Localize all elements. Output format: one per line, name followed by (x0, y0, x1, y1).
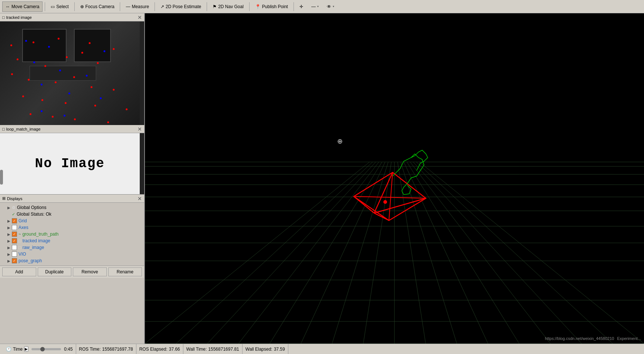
separator-1 (45, 2, 45, 11)
time-track[interactable] (31, 348, 61, 350)
tree-item-axes[interactable]: ▶ Axes (0, 224, 144, 231)
raw-image-label: raw_image (23, 245, 44, 250)
tracked-image-header: □ tracked image ✕ (0, 13, 144, 21)
time-icon: 🕐 (6, 347, 11, 352)
corner-info: https://blog.csdn.net/weixin_44580210 Ex… (545, 336, 641, 341)
add-button[interactable]: Add (2, 267, 36, 276)
tree-item-pose-graph[interactable]: ▶ pose_graph (0, 257, 144, 264)
publish-point-icon: 📍 (255, 4, 261, 9)
2d-pose-button[interactable]: ↗ 2D Pose Estimate (157, 1, 204, 12)
track-dot (104, 50, 105, 52)
resize-handle[interactable] (0, 170, 3, 185)
measure-button[interactable]: — Measure (122, 1, 152, 12)
extra-tool-3[interactable]: 👁 ▾ (323, 1, 338, 12)
loop-match-header: □ loop_match_image ✕ (0, 125, 144, 133)
separator-4 (155, 2, 155, 11)
move-camera-button[interactable]: ↔ Move Camera (2, 1, 43, 12)
track-dot (33, 61, 35, 63)
tracked-image-checkbox[interactable] (12, 238, 17, 243)
svg-line-4 (374, 213, 389, 220)
expand-grid: ▶ (7, 219, 12, 223)
loop-match-panel: □ loop_match_image ✕ No Image (0, 125, 144, 194)
displays-close-icon[interactable]: ✕ (138, 196, 142, 202)
tree-item-tracked-image[interactable]: ▶ □ tracked image (0, 237, 144, 244)
3d-viewport[interactable]: ⊕ https://blog.csdn.net/weixin_44580210 … (145, 13, 644, 344)
tree-item-vio[interactable]: ▶ VIO (0, 251, 144, 257)
2d-nav-label: 2D Nav Goal (218, 4, 244, 9)
track-dot (48, 46, 50, 48)
displays-buttons: Add Duplicate Remove Rename (0, 266, 144, 278)
time-section: 🕐 Time ▶ 0:45 (3, 344, 76, 354)
2d-nav-button[interactable]: ⚑ 2D Nav Goal (209, 1, 247, 12)
publish-point-button[interactable]: 📍 Publish Point (252, 1, 291, 12)
ros-time-value: 1556871697.78 (102, 347, 133, 352)
track-dot (22, 95, 24, 97)
time-value: 0:45 (64, 347, 72, 352)
extra-tool-1[interactable]: ✛ (296, 1, 306, 12)
expand-raw-image: ▶ (7, 246, 12, 250)
ground-truth-checkbox[interactable] (12, 232, 17, 237)
grid-checkbox[interactable] (12, 218, 17, 223)
loop-match-close-icon[interactable]: ✕ (138, 126, 142, 132)
extra-status (288, 344, 641, 354)
track-dot (17, 58, 18, 60)
tracked-image-panel-icon: □ (2, 15, 5, 20)
measure-label: Measure (132, 4, 149, 9)
move-camera-label: Move Camera (11, 4, 39, 9)
separator-6 (249, 2, 250, 11)
no-image-text: No Image (35, 156, 105, 171)
monitor-1 (22, 29, 67, 62)
left-panel: □ tracked image ✕ (0, 13, 145, 344)
ground-truth-label: ground_truth_path (22, 232, 58, 237)
extra-tool-2[interactable]: — ▾ (308, 1, 322, 12)
track-dot (30, 113, 31, 115)
2d-nav-icon: ⚑ (213, 4, 217, 9)
track-dot (68, 92, 70, 94)
remove-button[interactable]: Remove (73, 267, 107, 276)
2d-pose-label: 2D Pose Estimate (166, 4, 201, 9)
play-button[interactable]: ▶ (24, 346, 28, 352)
tree-item-ground-truth[interactable]: ▶ ~ ground_truth_path (0, 231, 144, 237)
track-dot (41, 84, 43, 85)
track-dot (113, 89, 115, 91)
grid-label: Grid (18, 218, 27, 223)
svg-line-3 (374, 198, 426, 213)
tree-item-raw-image[interactable]: ▶ □ raw_image (0, 244, 144, 251)
tracked-image-panel: □ tracked image ✕ (0, 13, 144, 125)
duplicate-button[interactable]: Duplicate (38, 267, 72, 276)
measure-icon: — (126, 4, 130, 9)
track-dot (74, 118, 76, 120)
raw-image-checkbox[interactable] (12, 245, 17, 250)
pose-graph-checkbox[interactable] (12, 258, 17, 263)
tree-item-global-status[interactable]: ✓ Global Status: Ok (0, 211, 144, 218)
track-dot (33, 41, 34, 43)
2d-pose-icon: ↗ (160, 4, 164, 9)
track-dot (73, 76, 75, 78)
track-dot (41, 99, 43, 101)
extra-dropdown-1: ▾ (317, 5, 319, 8)
axes-checkbox[interactable] (12, 225, 17, 230)
displays-title-group: ⊞ Displays (2, 196, 23, 201)
svg-line-5 (354, 196, 426, 198)
ground-truth-icon: ~ (18, 232, 21, 236)
tree-item-grid[interactable]: ▶ Grid (0, 218, 144, 224)
rename-button[interactable]: Rename (108, 267, 142, 276)
wall-time-label: Wall Time: (186, 347, 207, 352)
axes-label: Axes (18, 225, 28, 230)
ros-time-section: ROS Time: 1556871697.78 (76, 344, 136, 354)
vio-checkbox[interactable] (12, 252, 17, 257)
extra-dropdown-2: ▾ (333, 5, 334, 8)
tree-item-global-options[interactable]: ▶ ⚙ Global Options (0, 204, 144, 211)
tracked-image-close-icon[interactable]: ✕ (138, 14, 142, 20)
global-options-icon: ⚙ (12, 205, 16, 210)
focus-camera-button[interactable]: ⊕ Focus Camera (77, 1, 118, 12)
track-dot (52, 116, 54, 118)
track-dot (89, 42, 91, 44)
separator-5 (207, 2, 207, 11)
track-dot (81, 52, 83, 54)
select-button[interactable]: ▭ Select (47, 1, 72, 12)
green-trajectory (393, 150, 428, 195)
expand-ground-truth: ▶ (7, 232, 12, 236)
time-thumb[interactable] (40, 347, 45, 351)
track-dot (10, 44, 12, 46)
